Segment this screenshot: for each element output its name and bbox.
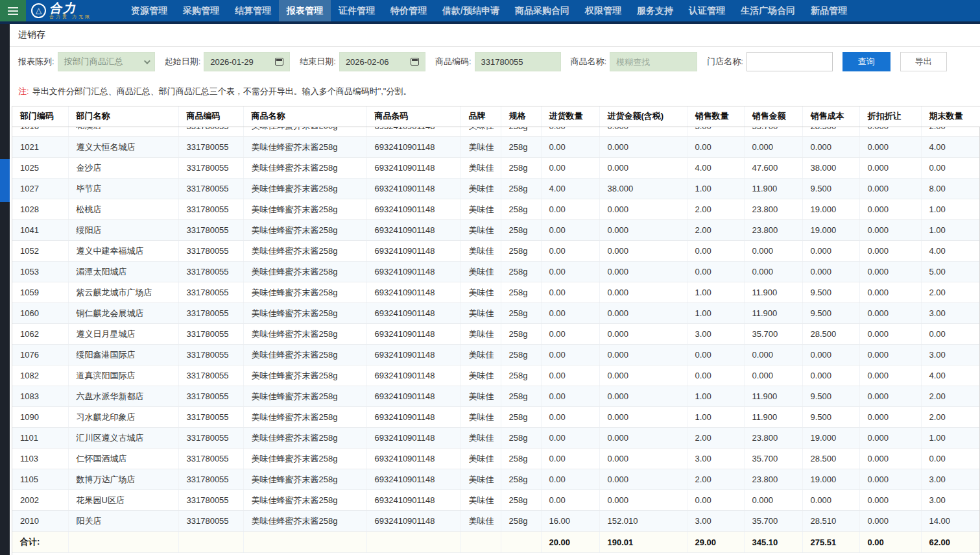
- table-cell: 0.00: [541, 220, 599, 241]
- chevron-down-icon: [144, 58, 150, 64]
- table-cell: 331780055: [178, 137, 243, 158]
- table-cell: 331780055: [178, 324, 243, 345]
- table-cell: 0.000: [859, 303, 921, 324]
- nav-item[interactable]: 采购管理: [175, 0, 227, 21]
- table-cell: 0.000: [599, 282, 687, 303]
- column-header: 部门名称: [68, 106, 178, 127]
- table-row[interactable]: 1105数博万达广场店331780055美味佳蜂蜜芥末酱258g69324109…: [12, 469, 979, 490]
- nav-item[interactable]: 新品管理: [803, 0, 855, 21]
- table-row[interactable]: 1021遵义大恒名城店331780055美味佳蜂蜜芥末酱258g69324109…: [12, 137, 979, 158]
- table-cell: 美味佳: [460, 137, 501, 158]
- table-row[interactable]: 1090习水麒龙印象店331780055美味佳蜂蜜芥末酱258g69324109…: [12, 407, 979, 428]
- table-cell: 美味佳蜂蜜芥末酱258g: [243, 179, 366, 199]
- nav-item[interactable]: 权限管理: [577, 0, 629, 21]
- nav-item[interactable]: 借款/预结申请: [435, 0, 507, 21]
- report-type-label: 报表陈列:: [18, 56, 54, 68]
- nav-item[interactable]: 认证管理: [681, 0, 733, 21]
- column-header: 商品名称: [243, 106, 366, 127]
- nav-item[interactable]: 生活广场合同: [733, 0, 803, 21]
- column-header: 销售金额: [744, 106, 802, 127]
- table-row[interactable]: 1103仁怀国酒城店331780055美味佳蜂蜜芥末酱258g693241090…: [12, 449, 979, 469]
- table-cell: 9.500: [802, 179, 859, 199]
- export-button[interactable]: 导出: [900, 52, 947, 71]
- table-cell: 0.00: [541, 449, 599, 469]
- product-code-input[interactable]: [475, 52, 561, 71]
- table-cell: 3.00: [687, 449, 744, 469]
- table-cell: 美味佳: [460, 449, 501, 469]
- query-button[interactable]: 查询: [843, 52, 890, 71]
- table-cell: 0.000: [744, 262, 802, 282]
- table-cell: 0.00: [541, 127, 599, 137]
- table-row[interactable]: 1059紫云麒龙城市广场店331780055美味佳蜂蜜芥末酱258g693241…: [12, 282, 979, 303]
- table-row[interactable]: 2010阳关店331780055美味佳蜂蜜芥末酱258g693241090114…: [12, 511, 979, 532]
- table-row[interactable]: 1053湄潭太阳城店331780055美味佳蜂蜜芥末酱258g693241090…: [12, 262, 979, 282]
- table-cell: 0.000: [744, 137, 802, 158]
- table-row[interactable]: 1052遵义中建幸福城店331780055美味佳蜂蜜芥末酱258g6932410…: [12, 241, 979, 262]
- table-row[interactable]: 1060铜仁麒龙会展城店331780055美味佳蜂蜜芥末酱258g6932410…: [12, 303, 979, 324]
- table-row[interactable]: 1025金沙店331780055美味佳蜂蜜芥末酱258g693241090114…: [12, 158, 979, 179]
- table-total-row: 合计:20.00190.0129.00345.10275.510.0062.00: [12, 532, 979, 553]
- table-cell: 0.000: [859, 241, 921, 262]
- table-cell: 花果园U区店: [68, 490, 178, 511]
- product-name-input[interactable]: [610, 52, 697, 71]
- tab-report[interactable]: 进销存: [18, 29, 45, 41]
- table-cell: 六盘水派华新都店: [68, 386, 178, 407]
- table-cell: 数博万达广场店: [68, 469, 178, 490]
- report-type-select[interactable]: 按部门商品汇总: [58, 52, 155, 71]
- store-name-input[interactable]: [747, 52, 833, 71]
- table-cell: 28.500: [802, 127, 859, 137]
- table-row[interactable]: 1101汇川区遵义古城店331780055美味佳蜂蜜芥末酱258g6932410…: [12, 428, 979, 449]
- nav-item[interactable]: 资源管理: [123, 0, 175, 21]
- nav-item[interactable]: 报表管理: [279, 0, 331, 21]
- table-cell: 0.000: [802, 345, 859, 365]
- table-cell: 2.00: [921, 282, 979, 303]
- table-cell: 345.10: [744, 532, 802, 553]
- table-cell: 0.000: [859, 262, 921, 282]
- start-date-input[interactable]: 2026-01-29: [204, 52, 290, 71]
- table-cell: 1016: [12, 127, 68, 137]
- column-header: 销售数量: [687, 106, 744, 127]
- table-row[interactable]: 2002花果园U区店331780055美味佳蜂蜜芥末酱258g693241090…: [12, 490, 979, 511]
- table-body-viewport[interactable]: 1016花溪店331780055美味佳蜂蜜芥末酱258g693241090114…: [12, 127, 979, 555]
- table-row[interactable]: 1083六盘水派华新都店331780055美味佳蜂蜜芥末酱258g6932410…: [12, 386, 979, 407]
- table-cell: 4.00: [541, 179, 599, 199]
- table-cell: 1059: [12, 282, 68, 303]
- table-row[interactable]: 1082道真滨阳国际店331780055美味佳蜂蜜芥末酱258g69324109…: [12, 365, 979, 386]
- table-cell: 9.500: [802, 303, 859, 324]
- table-cell: 0.00: [541, 324, 599, 345]
- table-row[interactable]: 1041绥阳店331780055美味佳蜂蜜芥末酱258g693241090114…: [12, 220, 979, 241]
- nav-item[interactable]: 证件管理: [331, 0, 383, 21]
- table-row[interactable]: 1027毕节店331780055美味佳蜂蜜芥末酱258g693241090114…: [12, 179, 979, 199]
- nav-item[interactable]: 商品采购合同: [507, 0, 577, 21]
- table-cell: 0.00: [541, 137, 599, 158]
- nav-item[interactable]: 特价管理: [383, 0, 435, 21]
- nav-item[interactable]: 结算管理: [227, 0, 279, 21]
- table-cell: 11.900: [744, 282, 802, 303]
- table-cell: 松桃店: [68, 199, 178, 220]
- table-row[interactable]: 1062遵义日月星城店331780055美味佳蜂蜜芥末酱258g69324109…: [12, 324, 979, 345]
- nav-item[interactable]: 服务支持: [629, 0, 681, 21]
- scrollbar-thumb[interactable]: [0, 159, 10, 202]
- table-cell: 35.700: [744, 127, 802, 137]
- table-cell: 258g: [501, 324, 541, 345]
- table-cell: 38.000: [802, 158, 859, 179]
- table-cell: 9.500: [802, 407, 859, 428]
- table-cell: 258g: [501, 469, 541, 490]
- table-cell: 遵义中建幸福城店: [68, 241, 178, 262]
- table-cell: 美味佳蜂蜜芥末酱258g: [243, 345, 366, 365]
- table-cell: 331780055: [178, 386, 243, 407]
- column-header: 规格: [501, 106, 541, 127]
- table-cell: 1.00: [921, 199, 979, 220]
- end-date-input[interactable]: 2026-02-06: [339, 52, 425, 71]
- table-cell: 0.00: [541, 365, 599, 386]
- menu-toggle-button[interactable]: [0, 0, 26, 21]
- table-row[interactable]: 1028松桃店331780055美味佳蜂蜜芥末酱258g693241090114…: [12, 199, 979, 220]
- table-row[interactable]: 1076绥阳鑫港国际店331780055美味佳蜂蜜芥末酱258g69324109…: [12, 345, 979, 365]
- table-cell: 3.00: [921, 490, 979, 511]
- column-header: 部门编码: [12, 106, 68, 127]
- table-cell: 23.800: [744, 199, 802, 220]
- table-cell: 258g: [501, 365, 541, 386]
- table-row[interactable]: 1016花溪店331780055美味佳蜂蜜芥末酱258g693241090114…: [12, 127, 979, 137]
- table-cell: 0.000: [599, 241, 687, 262]
- table-cell: 美味佳: [460, 428, 501, 449]
